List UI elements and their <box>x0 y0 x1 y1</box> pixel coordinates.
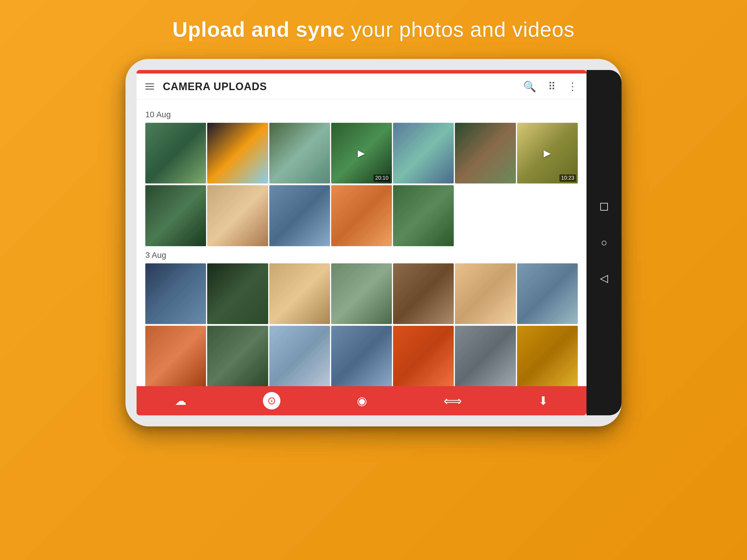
tablet-wrapper: CAMERA UPLOADS 🔍 ⠿ ⋮ 10 Aug ▶ 20:10 <box>126 59 621 426</box>
photo-cell[interactable] <box>207 185 268 246</box>
photo-grid-3aug-row2 <box>145 326 578 386</box>
photo-cell[interactable] <box>331 326 392 386</box>
tab-sync[interactable]: ⟺ <box>443 394 462 408</box>
photo-cell[interactable] <box>455 123 516 183</box>
photo-cell[interactable] <box>269 185 330 246</box>
photo-cell[interactable] <box>393 123 454 183</box>
bottom-tab-bar: ☁ ◉ ⟺ ⬇ <box>136 386 587 415</box>
photo-cell[interactable] <box>517 326 578 386</box>
tab-download[interactable]: ⬇ <box>538 394 548 407</box>
search-icon[interactable]: 🔍 <box>523 80 536 93</box>
photo-cell[interactable] <box>145 326 206 386</box>
cloud-icon: ☁ <box>175 394 186 407</box>
photo-cell[interactable] <box>207 263 268 324</box>
photo-cell[interactable] <box>269 123 330 183</box>
photo-cell[interactable] <box>145 263 206 324</box>
chat-icon: ◉ <box>357 394 367 407</box>
photo-grid-10aug-row2 <box>145 185 578 246</box>
android-square-button[interactable]: ☐ <box>599 201 609 213</box>
play-button: ▶ <box>544 148 551 159</box>
tablet-screen: CAMERA UPLOADS 🔍 ⠿ ⋮ 10 Aug ▶ 20:10 <box>136 70 587 415</box>
empty-cell <box>455 185 516 246</box>
app-content: 10 Aug ▶ 20:10 ▶ 10:23 <box>136 100 587 386</box>
video-cell[interactable]: ▶ 20:10 <box>331 123 392 183</box>
android-home-button[interactable]: ○ <box>601 237 607 249</box>
video-duration: 20:10 <box>374 175 390 182</box>
sync-icon: ⟺ <box>443 394 462 408</box>
photo-cell[interactable] <box>145 185 206 246</box>
photo-grid-10aug-row1: ▶ 20:10 ▶ 10:23 <box>145 123 578 183</box>
photo-cell[interactable] <box>207 326 268 386</box>
photo-cell[interactable] <box>269 263 330 324</box>
hamburger-menu[interactable] <box>145 83 154 89</box>
photo-cell[interactable] <box>207 123 268 183</box>
app-toolbar: CAMERA UPLOADS 🔍 ⠿ ⋮ <box>136 74 587 100</box>
more-icon[interactable]: ⋮ <box>567 80 578 93</box>
tab-camera[interactable] <box>263 392 280 409</box>
toolbar-icons: 🔍 ⠿ ⋮ <box>523 80 578 93</box>
date-label-3aug: 3 Aug <box>145 250 578 260</box>
photo-cell[interactable] <box>269 326 330 386</box>
page-headline: Upload and sync your photos and videos <box>173 18 575 42</box>
android-nav-bar: ☐ ○ ◁ <box>587 70 621 415</box>
date-label-10aug: 10 Aug <box>145 110 578 119</box>
download-icon: ⬇ <box>538 394 548 407</box>
photo-cell[interactable] <box>331 185 392 246</box>
photo-cell[interactable] <box>517 263 578 324</box>
photo-cell[interactable] <box>331 263 392 324</box>
headline-bold: Upload and sync <box>173 18 345 41</box>
photo-cell[interactable] <box>145 123 206 183</box>
photo-cell[interactable] <box>393 185 454 246</box>
toolbar-title: CAMERA UPLOADS <box>163 80 523 93</box>
grid-icon[interactable]: ⠿ <box>548 80 556 93</box>
video-duration: 10:23 <box>559 175 576 182</box>
empty-cell <box>517 185 578 246</box>
app-top-bar <box>136 70 587 74</box>
headline-regular: your photos and videos <box>345 18 575 41</box>
play-button: ▶ <box>358 148 365 159</box>
video-cell[interactable]: ▶ 10:23 <box>517 123 578 183</box>
tab-chat[interactable]: ◉ <box>357 394 367 407</box>
photo-cell[interactable] <box>393 326 454 386</box>
photo-cell[interactable] <box>393 263 454 324</box>
photo-cell[interactable] <box>455 326 516 386</box>
camera-icon <box>263 392 280 409</box>
photo-cell[interactable] <box>455 263 516 324</box>
photo-grid-3aug-row1 <box>145 263 578 324</box>
tab-cloud[interactable]: ☁ <box>175 394 186 407</box>
android-back-button[interactable]: ◁ <box>600 272 608 284</box>
